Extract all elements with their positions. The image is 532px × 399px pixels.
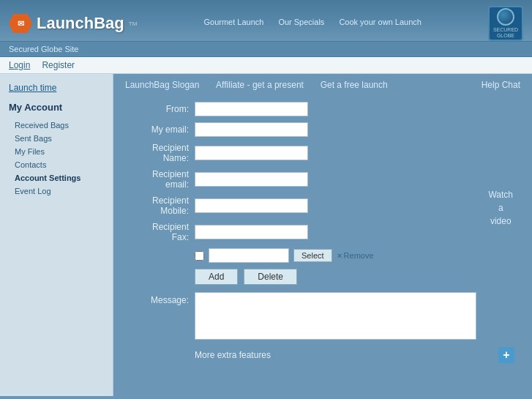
- content-nav-left: LaunchBag Slogan Affiliate - get a prese…: [125, 80, 388, 90]
- message-row: Message:: [125, 292, 520, 340]
- recipient-fax-label: Recipient Fax:: [125, 222, 195, 242]
- sidebar-item-contacts[interactable]: Contacts: [0, 158, 113, 171]
- select-button[interactable]: Select: [293, 249, 332, 262]
- main-nav: Gourmet Launch Our Specials Cook your ow…: [137, 18, 488, 29]
- my-email-label: My email:: [125, 124, 195, 135]
- login-link[interactable]: Login: [9, 60, 30, 70]
- sidebar: Launch time My Account Received Bags Sen…: [0, 74, 113, 396]
- recipient-email-label: Recipient email:: [125, 169, 195, 190]
- from-label: From:: [125, 104, 195, 114]
- recipient-email-input[interactable]: [195, 172, 308, 187]
- file-checkbox[interactable]: [195, 251, 204, 261]
- logo-area: ✉ LaunchBagTM: [9, 14, 137, 33]
- delete-button[interactable]: Delete: [244, 269, 297, 285]
- main-layout: Launch time My Account Received Bags Sen…: [0, 74, 532, 396]
- action-row: Add Delete: [195, 269, 520, 285]
- free-launch-text[interactable]: Get a free launch: [321, 80, 388, 90]
- logo-tm: TM: [129, 20, 138, 27]
- from-input[interactable]: [195, 102, 308, 116]
- sidebar-item-sent-bags[interactable]: Sent Bags: [0, 132, 113, 145]
- secured-globe-badge[interactable]: SECUREDGLOBE: [488, 6, 523, 41]
- top-bar: Login Register: [0, 57, 532, 74]
- sidebar-item-event-log[interactable]: Event Log: [0, 184, 113, 198]
- plus-button[interactable]: +: [498, 347, 514, 363]
- file-input-box: [209, 248, 289, 263]
- register-link[interactable]: Register: [42, 60, 75, 70]
- file-row: Select ✕ Remove: [195, 248, 520, 263]
- my-email-input[interactable]: [195, 122, 308, 137]
- logo-text: LaunchBag: [37, 14, 124, 33]
- globe-icon: [497, 8, 514, 26]
- content-area: LaunchBag Slogan Affiliate - get a prese…: [113, 74, 532, 396]
- recipient-mobile-row: Recipient Mobile: Watchavideo: [125, 195, 520, 216]
- recipient-name-input[interactable]: [195, 146, 308, 160]
- content-wrapper: LaunchBag Slogan Affiliate - get a prese…: [125, 80, 520, 363]
- sidebar-launch-time[interactable]: Launch time: [0, 80, 113, 99]
- sidebar-item-my-files[interactable]: My Files: [0, 145, 113, 158]
- watch-video-text[interactable]: Watchavideo: [488, 188, 513, 228]
- message-textarea[interactable]: [195, 292, 476, 340]
- recipient-email-row: Recipient email:: [125, 169, 520, 190]
- recipient-name-row: Recipient Name:: [125, 143, 520, 163]
- sub-header: Secured Globe Site: [0, 42, 532, 57]
- more-features-row: More extra features +: [125, 347, 520, 363]
- logo-icon: ✉: [9, 14, 32, 33]
- sub-nav-secured-globe[interactable]: Secured Globe Site: [9, 44, 78, 54]
- svg-text:✉: ✉: [18, 19, 24, 28]
- content-nav: LaunchBag Slogan Affiliate - get a prese…: [125, 80, 520, 90]
- nav-gourmet-launch[interactable]: Gourmet Launch: [203, 18, 263, 26]
- secured-globe-text: SECUREDGLOBE: [493, 27, 518, 38]
- more-features-text: More extra features: [195, 350, 271, 360]
- message-label: Message:: [125, 292, 195, 305]
- nav-cook-your-own[interactable]: Cook your own Launch: [339, 18, 422, 26]
- sidebar-item-account-settings[interactable]: Account Settings: [0, 171, 113, 184]
- recipient-name-label: Recipient Name:: [125, 143, 195, 163]
- sub-nav: Secured Globe Site: [9, 44, 523, 54]
- add-button[interactable]: Add: [195, 269, 238, 285]
- my-email-row: My email:: [125, 122, 520, 137]
- recipient-mobile-label: Recipient Mobile:: [125, 195, 195, 216]
- slogan-text: LaunchBag Slogan: [125, 80, 199, 90]
- from-row: From:: [125, 102, 520, 116]
- form-area: From: My email: Recipient Name: Recipien…: [125, 102, 520, 363]
- header: ✉ LaunchBagTM Gourmet Launch Our Special…: [0, 0, 532, 42]
- remove-link[interactable]: ✕ Remove: [337, 251, 374, 260]
- sidebar-item-received-bags[interactable]: Received Bags: [0, 119, 113, 132]
- recipient-fax-row: Recipient Fax:: [125, 222, 520, 242]
- recipient-mobile-input[interactable]: [195, 198, 308, 213]
- affiliate-text[interactable]: Affiliate - get a present: [216, 80, 304, 90]
- help-chat-link[interactable]: Help Chat: [482, 80, 520, 90]
- nav-our-specials[interactable]: Our Specials: [278, 18, 324, 26]
- sidebar-my-account: My Account: [0, 99, 113, 119]
- recipient-fax-input[interactable]: [195, 225, 308, 239]
